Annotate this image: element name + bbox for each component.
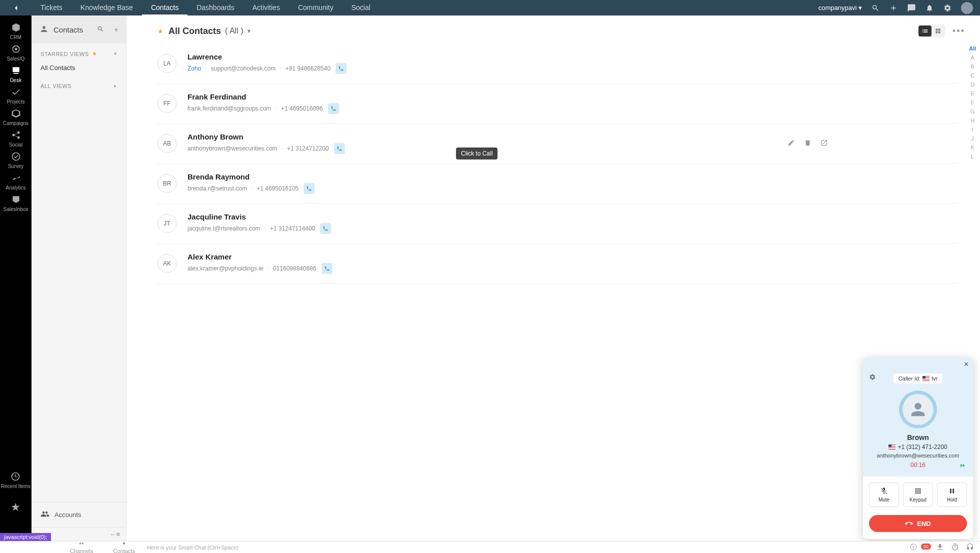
bottom-bar: Channels Contacts Here is your Smart Cha…: [0, 541, 980, 553]
rail-item-campaigns[interactable]: Campaigns: [3, 106, 28, 128]
transfer-icon[interactable]: [958, 461, 967, 472]
alpha-index-h[interactable]: H: [970, 118, 974, 124]
contacts-button[interactable]: Contacts: [113, 541, 134, 554]
rail-item-survey[interactable]: Survey: [3, 150, 28, 171]
bell-icon[interactable]: [925, 4, 934, 12]
close-icon[interactable]: ✕: [964, 360, 969, 368]
contact-name[interactable]: Anthony Brown: [188, 132, 788, 141]
top-bar: TicketsKnowledge BaseContactsDashboardsA…: [0, 0, 980, 16]
contact-avatar: AK: [158, 254, 176, 273]
grid-view-button[interactable]: [932, 26, 944, 36]
contact-name[interactable]: Jacquline Travis: [188, 212, 958, 221]
content-header: ★ All Contacts ( All ) ▼ •••: [126, 16, 980, 44]
call-button[interactable]: [304, 183, 314, 194]
contact-org[interactable]: Zoho: [188, 65, 201, 72]
alpha-index-f[interactable]: F: [971, 100, 974, 106]
contact-email: alex.kramer@pvpholdings.ie: [188, 265, 264, 272]
side-item-all-contacts[interactable]: All Contacts: [32, 60, 126, 76]
chevron-down-icon[interactable]: ▼: [246, 28, 252, 34]
alpha-index-d[interactable]: D: [970, 82, 974, 88]
alpha-index-b[interactable]: B: [970, 64, 974, 70]
contact-phone: +1 31247114400: [270, 225, 315, 232]
rail-item-crm[interactable]: CRM: [3, 20, 28, 42]
call-button[interactable]: [322, 263, 332, 274]
contact-row[interactable]: LALawrenceZoho·support@zohodesk.com·+91 …: [158, 44, 958, 84]
contact-name[interactable]: Alex Kramer: [188, 252, 958, 261]
gear-icon[interactable]: [943, 4, 952, 12]
flag-icon: [922, 376, 930, 381]
alpha-index-i[interactable]: I: [972, 126, 973, 132]
user-menu[interactable]: companypavi ▾: [818, 4, 862, 12]
collapse-nav-button[interactable]: [0, 4, 32, 12]
rail-item-desk[interactable]: Desk: [3, 64, 28, 85]
mute-button[interactable]: Mute: [869, 482, 899, 507]
alpha-index-l[interactable]: L: [971, 154, 974, 160]
call-contact-name: Brown: [869, 434, 967, 442]
alpha-index-e[interactable]: E: [970, 90, 974, 96]
top-tab-activities[interactable]: Activities: [244, 0, 289, 16]
download-icon[interactable]: [936, 543, 944, 552]
gear-icon[interactable]: [869, 374, 876, 382]
side-accounts-button[interactable]: Accounts: [32, 502, 126, 527]
list-view-button[interactable]: [918, 26, 932, 36]
edit-icon[interactable]: [788, 139, 795, 148]
rail-item-salesinbox[interactable]: SalesInbox: [3, 192, 28, 214]
rail-item-fav[interactable]: [1, 500, 30, 516]
channels-button[interactable]: Channels: [70, 541, 93, 554]
contact-row[interactable]: FFFrank Ferdinandfrank.ferdinand@sggroup…: [158, 84, 958, 124]
rail-item-recent[interactable]: Recent Items: [1, 470, 30, 491]
contact-row[interactable]: BRBrenda Raymondbrenda.r@setrust.com·+1 …: [158, 164, 958, 204]
rail-item-projects[interactable]: Projects: [3, 85, 28, 106]
view-filter[interactable]: ( All ): [225, 26, 243, 36]
alpha-index-all[interactable]: All: [969, 46, 976, 52]
svg-point-5: [12, 153, 20, 160]
user-avatar[interactable]: [961, 2, 973, 14]
currency-icon[interactable]: $ 50: [910, 543, 929, 552]
open-icon[interactable]: [820, 139, 828, 148]
alpha-index-c[interactable]: C: [970, 72, 974, 78]
side-panel: Contacts + STARRED VIEWS ★ ▾ All Contact…: [32, 16, 126, 541]
top-tab-social[interactable]: Social: [342, 0, 380, 16]
top-tab-contacts[interactable]: Contacts: [142, 0, 188, 16]
starred-views-section[interactable]: STARRED VIEWS ★ ▾: [32, 44, 126, 60]
side-add-icon[interactable]: +: [114, 26, 118, 34]
more-menu-button[interactable]: •••: [952, 26, 965, 36]
smart-chat-input[interactable]: Here is your Smart Chat (Ctrl+Space): [147, 544, 910, 550]
delete-icon[interactable]: [804, 139, 812, 148]
accounts-icon: [40, 510, 50, 520]
contact-row[interactable]: ABAnthony Brownanthonybrown@wesecurities…: [158, 124, 958, 164]
chat-icon[interactable]: [907, 4, 916, 12]
contact-name[interactable]: Brenda Raymond: [188, 172, 958, 181]
end-call-button[interactable]: END: [869, 515, 967, 532]
call-button[interactable]: [328, 103, 339, 114]
call-button[interactable]: [320, 223, 331, 234]
keypad-button[interactable]: Keypad: [903, 482, 933, 507]
side-search-icon[interactable]: [97, 26, 104, 34]
contact-row[interactable]: JTJacquline Travisjacquline.t@rtsrealtor…: [158, 204, 958, 244]
star-icon[interactable]: ★: [158, 28, 164, 35]
alpha-index-k[interactable]: K: [970, 144, 974, 150]
search-icon[interactable]: [871, 4, 880, 12]
alpha-index-g[interactable]: G: [970, 108, 975, 114]
call-button[interactable]: [334, 143, 345, 154]
rail-item-social[interactable]: Social: [3, 128, 28, 150]
timer-icon[interactable]: [951, 543, 959, 552]
contact-name[interactable]: Lawrence: [188, 52, 958, 61]
hold-button[interactable]: Hold: [937, 482, 967, 507]
alpha-index-j[interactable]: J: [971, 136, 974, 142]
rail-item-salesiq[interactable]: SalesIQ: [3, 42, 28, 64]
add-icon[interactable]: [889, 4, 898, 12]
top-tab-dashboards[interactable]: Dashboards: [188, 0, 244, 16]
call-button[interactable]: [336, 63, 346, 74]
top-tab-tickets[interactable]: Tickets: [32, 0, 72, 16]
top-tab-knowledge-base[interactable]: Knowledge Base: [72, 0, 142, 16]
contact-row[interactable]: AKAlex Krameralex.kramer@pvpholdings.ie·…: [158, 244, 958, 284]
all-views-section[interactable]: ALL VIEWS ▸: [32, 76, 126, 92]
call-panel: ✕ Caller Id: Ivr Brown +1 (312) 471-2200…: [863, 358, 973, 539]
top-tab-community[interactable]: Community: [289, 0, 342, 16]
status-url: javascript:void(0);: [0, 533, 51, 541]
headset-icon[interactable]: [966, 543, 974, 552]
alpha-index-a[interactable]: A: [970, 54, 974, 60]
contact-name[interactable]: Frank Ferdinand: [188, 92, 958, 101]
rail-item-analytics[interactable]: Analytics: [3, 171, 28, 192]
